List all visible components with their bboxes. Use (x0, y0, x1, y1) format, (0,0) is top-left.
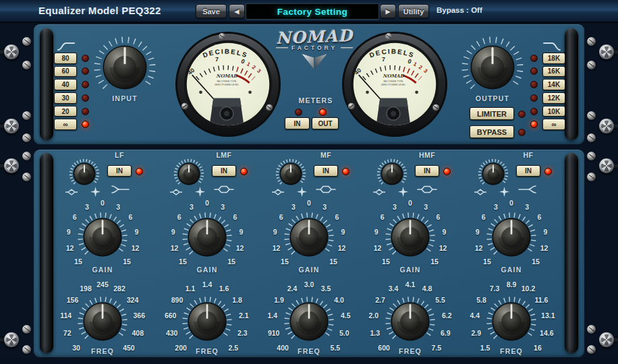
svg-text:NOMAD: NOMAD (383, 73, 404, 79)
preset-display[interactable]: Factory Setting (246, 3, 379, 20)
gain-knob[interactable] (283, 212, 335, 266)
filter-button-30[interactable]: 30 (54, 92, 77, 104)
plugin-title: Equalizer Model PEQ322 (38, 5, 161, 16)
filter-button-60[interactable]: 60 (54, 66, 77, 78)
filter-button-10K[interactable]: 10K (542, 106, 565, 117)
scale-tick-label: 9 (239, 228, 243, 236)
freq-knob[interactable] (486, 296, 537, 350)
scale-tick-label: 72 (63, 329, 72, 337)
scale-tick-label: 4.8 (422, 284, 432, 293)
scale-tick-label: 7.3 (490, 284, 500, 293)
scale-tick-label: 2.9 (471, 329, 481, 337)
scale-tick-label: 12 (66, 244, 74, 252)
band-in-led (544, 168, 552, 175)
scale-tick-label: 5.5 (435, 296, 445, 304)
filter-button-80[interactable]: 80 (54, 53, 77, 64)
bottom-strip (0, 357, 618, 364)
filter-led (530, 94, 538, 102)
scale-tick-label: 3.4 (389, 284, 399, 293)
scale-tick-label: 2.4 (287, 284, 298, 293)
gain-knob[interactable] (77, 212, 128, 266)
scale-tick-label: 6 (233, 213, 237, 221)
screw-icon (4, 44, 19, 59)
brand-emblem-icon (300, 53, 329, 69)
gain-knob[interactable] (385, 212, 436, 266)
band-in-button[interactable]: IN (107, 165, 132, 177)
next-arrow-icon: ▶ (386, 8, 391, 15)
scale-tick-label: 13.1 (541, 311, 555, 320)
rack-handle (565, 153, 578, 353)
scale-tick-label: 2.1 (239, 311, 249, 320)
wide-q-icon (499, 187, 509, 197)
svg-text:7: 7 (382, 56, 385, 63)
prev-preset-button[interactable]: ◀ (229, 4, 245, 18)
gain-label: GAIN (52, 266, 153, 274)
scale-tick-label: 6 (128, 213, 132, 221)
scale-tick-label: 6 (381, 213, 385, 221)
meters-in-led (295, 109, 302, 116)
scale-tick-label: 3 (116, 203, 120, 211)
meters-out-led (319, 109, 327, 116)
freq-knob[interactable] (181, 296, 233, 350)
screw-icon (587, 173, 596, 181)
scale-tick-label: 3 (85, 203, 89, 211)
scale-tick-label: 6 (482, 213, 486, 221)
filter-button-20[interactable]: 20 (54, 106, 77, 117)
filter-button-∞[interactable]: ∞ (54, 119, 77, 130)
peq322-plugin-window: Equalizer Model PEQ322 Save ◀ Factory Se… (0, 0, 618, 364)
scale-tick-label: 1.4 (267, 311, 277, 320)
limiter-button[interactable]: LIMITER (470, 107, 514, 120)
band-in-button[interactable]: IN (516, 165, 540, 177)
bypass-button[interactable]: BYPASS (470, 125, 514, 138)
wide-q-icon (195, 187, 205, 197)
scale-tick-label: 282 (113, 284, 125, 293)
scale-tick-label: 2.0 (368, 311, 378, 320)
filter-button-12K[interactable]: 12K (542, 92, 565, 104)
screw-icon (22, 152, 31, 160)
band-shape-icon (316, 184, 336, 195)
freq-knob[interactable] (283, 296, 335, 350)
gain-label: GAIN (360, 266, 461, 274)
scale-tick-label: 12 (540, 244, 549, 252)
band-in-button[interactable]: IN (314, 165, 338, 177)
scale-tick-label: 408 (132, 329, 144, 337)
save-button[interactable]: Save (196, 4, 227, 18)
eq-band-lmf: LMF IN 151296303691215 GAIN 200430660890… (157, 151, 258, 356)
scale-tick-label: 12 (475, 244, 483, 252)
scale-tick-label: 3 (494, 203, 498, 211)
freq-knob[interactable] (77, 296, 128, 350)
gain-knob[interactable] (486, 212, 537, 266)
screw-icon (22, 133, 31, 142)
band-in-button[interactable]: IN (212, 165, 236, 177)
gain-knob[interactable] (181, 212, 233, 266)
scale-tick-label: 1.6 (219, 284, 229, 293)
screw-icon (587, 61, 596, 69)
scale-tick-label: 324 (127, 296, 139, 304)
scale-tick-label: 9 (543, 228, 547, 236)
utility-button[interactable]: Utility (398, 4, 429, 18)
output-knob[interactable] (459, 34, 526, 104)
scale-tick-label: 198 (80, 284, 92, 293)
rack-handle (565, 28, 578, 140)
filter-button-14K[interactable]: 14K (542, 79, 565, 90)
band-in-button[interactable]: IN (415, 165, 439, 177)
filter-button-40[interactable]: 40 (54, 79, 77, 90)
screw-icon (22, 173, 31, 181)
filter-button-16K[interactable]: 16K (542, 66, 565, 78)
meters-in-button[interactable]: IN (285, 117, 310, 129)
next-preset-button[interactable]: ▶ (380, 4, 396, 18)
scale-tick-label: 1.8 (232, 296, 242, 304)
band-shape-icon (518, 184, 538, 195)
filter-led (530, 81, 538, 88)
freq-knob[interactable] (385, 296, 436, 350)
scale-tick-label: 9 (476, 228, 480, 236)
input-knob[interactable] (91, 34, 159, 104)
filter-button-18K[interactable]: 18K (542, 53, 565, 64)
scale-tick-label: 3.5 (321, 284, 331, 293)
narrow-q-icon (474, 189, 486, 195)
brand-logo: NOMAD FACTORY (269, 27, 360, 72)
filter-button-∞[interactable]: ∞ (542, 119, 565, 130)
meters-out-button[interactable]: OUT (312, 117, 339, 129)
band-label: LF (107, 151, 132, 159)
scale-tick-label: 12 (132, 244, 140, 252)
